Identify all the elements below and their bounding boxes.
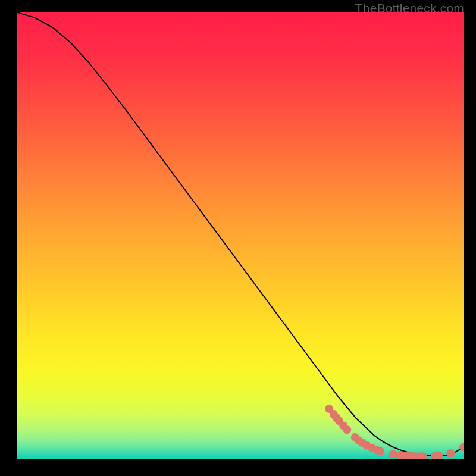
- plot-area: [17, 12, 464, 459]
- marker-dot: [376, 447, 384, 455]
- chart-svg: [17, 12, 464, 459]
- marker-dot: [343, 425, 351, 434]
- marker-dot: [389, 450, 397, 459]
- chart-stage: TheBottleneck.com: [0, 0, 476, 476]
- marker-dot: [446, 449, 455, 458]
- gradient-background: [17, 12, 464, 459]
